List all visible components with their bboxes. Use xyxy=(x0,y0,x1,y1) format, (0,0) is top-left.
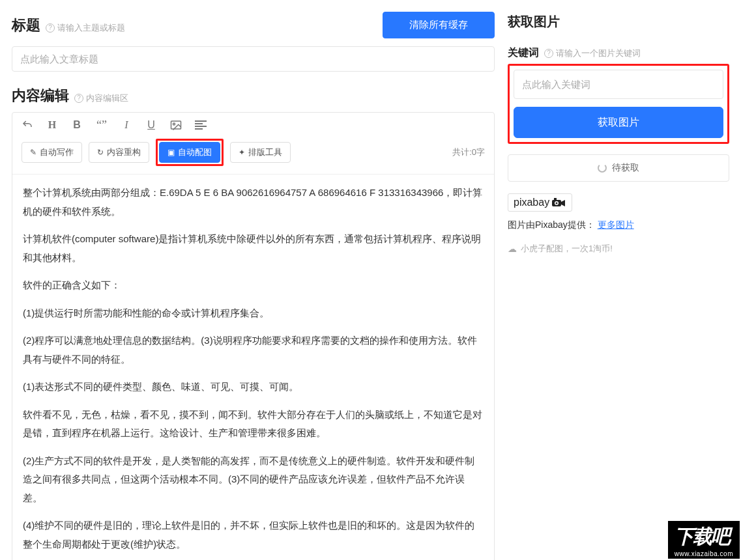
content-edit-label: 内容编辑 xyxy=(12,86,69,105)
paragraph: 软件看不见，无色，枯燥，看不见，摸不到，闻不到。软件大部分存在于人们的头脑或纸上… xyxy=(23,406,484,443)
more-images-link[interactable]: 更多图片 xyxy=(598,219,634,230)
auto-image-highlight: ▣ 自动配图 xyxy=(156,139,224,166)
info-icon: ? xyxy=(74,94,83,103)
watermark: 下载吧 www.xiazaiba.com xyxy=(668,521,740,559)
info-icon: ? xyxy=(544,49,553,58)
undo-icon[interactable] xyxy=(22,119,33,131)
title-section-header: 标题 ? 请输入主题或标题 清除所有缓存 xyxy=(12,12,495,38)
editor-panel: H B “” I U ✎ 自动写作 ↻ 内容重构 xyxy=(12,112,495,560)
auto-write-button[interactable]: ✎ 自动写作 xyxy=(22,142,82,163)
auto-image-button[interactable]: ▣ 自动配图 xyxy=(159,142,220,163)
underline-icon[interactable]: U xyxy=(145,119,157,131)
paragraph: (2)程序可以满意地处理信息的数据结构。(3)说明程序功能要求和程序需要的文档的… xyxy=(23,331,484,369)
char-count: 共计:0字 xyxy=(452,147,485,158)
restructure-button[interactable]: ↻ 内容重构 xyxy=(89,142,149,163)
paragraph: (1)提供运行时所需功能和性能的命令或计算机程序集合。 xyxy=(23,304,484,323)
picture-icon: ▣ xyxy=(167,148,175,157)
pixabay-badge: pixabay xyxy=(508,193,572,212)
cloud-icon: ☁ xyxy=(508,244,517,254)
article-title-input[interactable] xyxy=(12,46,495,72)
pencil-icon: ✎ xyxy=(30,148,36,157)
align-icon[interactable] xyxy=(195,119,207,131)
italic-icon[interactable]: I xyxy=(121,119,132,131)
keyword-input[interactable] xyxy=(514,70,723,99)
editor-body[interactable]: 整个计算机系统由两部分组成：E.69DA 5 E 6 BA 9062616964… xyxy=(12,175,494,560)
svg-point-8 xyxy=(556,203,558,204)
wand-icon: ✦ xyxy=(239,148,245,157)
svg-point-1 xyxy=(173,123,175,125)
paragraph: (1)表达形式不同的硬件类型、颜色、味道、可见、可摸、可闻。 xyxy=(23,378,484,397)
get-image-title: 获取图片 xyxy=(508,13,729,31)
image-icon[interactable] xyxy=(170,119,182,131)
keyword-hint: ? 请输入一个图片关键词 xyxy=(544,48,641,59)
get-image-button[interactable]: 获取图片 xyxy=(514,107,723,138)
title-hint: ? 请输入主题或标题 xyxy=(46,22,125,34)
paragraph: (2)生产方式不同的软件是开发，是人类智能的高发挥，而不是传统意义上的硬件制造。… xyxy=(23,452,484,508)
svg-rect-9 xyxy=(554,198,557,200)
spinner-icon xyxy=(598,163,607,173)
format-toolbar: H B “” I U xyxy=(12,113,494,135)
info-icon: ? xyxy=(46,23,55,33)
quote-icon[interactable]: “” xyxy=(96,119,108,131)
title-label: 标题 xyxy=(12,16,40,35)
pending-status: 待获取 xyxy=(508,154,729,182)
bold-icon[interactable]: B xyxy=(71,119,83,131)
keyword-highlight-box: 获取图片 xyxy=(508,64,729,144)
clear-cache-button[interactable]: 清除所有缓存 xyxy=(383,12,495,38)
paragraph: 计算机软件(computer software)是指计算机系统中除硬件以外的所有… xyxy=(23,230,484,267)
refresh-icon: ↻ xyxy=(97,148,104,157)
heading-icon[interactable]: H xyxy=(46,119,58,131)
pixabay-credit: 图片由Pixabay提供： 更多图片 xyxy=(508,219,729,231)
layout-tool-button[interactable]: ✦ 排版工具 xyxy=(230,142,291,163)
paragraph: 整个计算机系统由两部分组成：E.69DA 5 E 6 BA 9062616964… xyxy=(23,184,484,221)
keyword-label: 关键词 xyxy=(508,46,539,60)
action-toolbar: ✎ 自动写作 ↻ 内容重构 ▣ 自动配图 ✦ 排版工具 xyxy=(12,135,494,175)
paragraph: (4)维护不同的硬件是旧的，理论上软件是旧的，并不坏，但实际上软件也是旧的和坏的… xyxy=(23,516,484,553)
camera-icon xyxy=(552,198,566,207)
content-edit-hint: ? 内容编辑区 xyxy=(74,92,128,104)
paragraph: 软件的正确含义如下： xyxy=(23,276,484,295)
tip-row: ☁ 小虎子配图，一次1淘币! xyxy=(508,243,729,255)
